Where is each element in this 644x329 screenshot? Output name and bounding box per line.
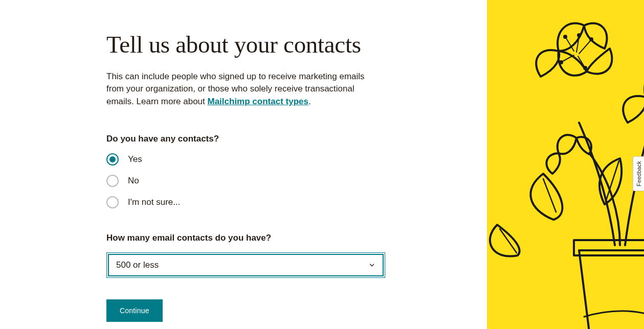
svg-point-9 — [584, 66, 587, 69]
radio-dot-icon — [109, 156, 116, 162]
description-text-post: . — [308, 97, 311, 106]
svg-point-5 — [590, 38, 593, 41]
question-contact-count-label: How many email contacts do you have? — [106, 233, 383, 243]
contact-count-select[interactable]: 500 or less — [108, 254, 384, 276]
radio-circle-icon — [106, 153, 119, 166]
svg-line-6 — [563, 55, 574, 61]
svg-point-3 — [578, 34, 581, 37]
svg-line-4 — [579, 41, 590, 54]
onboarding-form: Tell us about your contacts This can inc… — [106, 32, 383, 322]
contact-types-link[interactable]: Mailchimp contact types — [208, 97, 308, 106]
main-content-area: Tell us about your contacts This can inc… — [0, 0, 487, 329]
radio-option-no[interactable]: No — [106, 175, 383, 187]
contact-count-select-focus-ring: 500 or less — [106, 252, 385, 278]
feedback-tab-label: Feedback — [636, 161, 642, 186]
svg-point-7 — [560, 61, 563, 64]
radio-label: I'm not sure... — [128, 197, 180, 207]
page-title: Tell us about your contacts — [106, 32, 383, 58]
radio-option-yes[interactable]: Yes — [106, 153, 383, 166]
chevron-down-icon — [368, 262, 375, 269]
radio-label: No — [128, 176, 139, 186]
page-description: This can include people who signed up to… — [106, 70, 367, 108]
radio-circle-icon — [106, 196, 119, 208]
has-contacts-radio-group: Yes No I'm not sure... — [106, 153, 383, 208]
radio-option-not-sure[interactable]: I'm not sure... — [106, 196, 383, 208]
radio-circle-icon — [106, 175, 119, 187]
radio-label: Yes — [128, 154, 142, 165]
illustration-panel — [487, 0, 644, 329]
flower-pot-illustration — [487, 0, 644, 329]
question-has-contacts-label: Do you have any contacts? — [106, 134, 383, 144]
feedback-tab[interactable]: Feedback — [633, 156, 644, 191]
continue-button[interactable]: Continue — [106, 299, 163, 322]
svg-point-1 — [564, 35, 567, 38]
select-value: 500 or less — [116, 260, 159, 270]
